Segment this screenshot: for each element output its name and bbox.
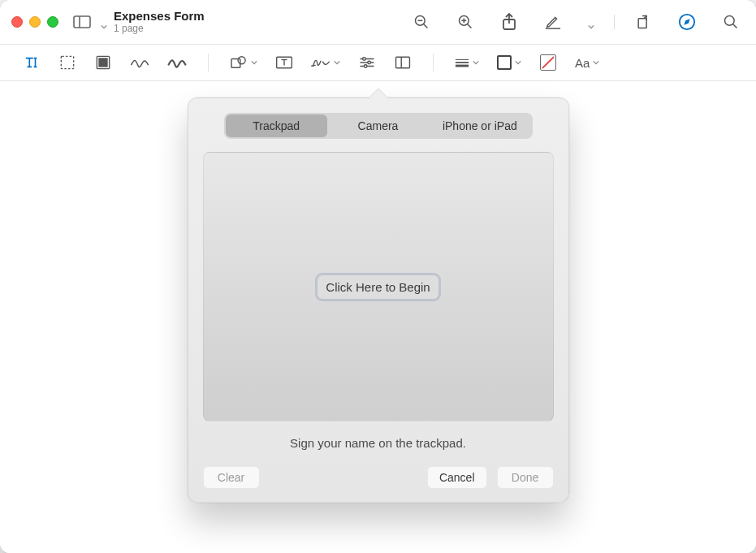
svg-point-20 xyxy=(363,58,366,61)
highlight-button[interactable] xyxy=(544,13,562,31)
done-button[interactable]: Done xyxy=(497,466,554,489)
stroke-color-menu[interactable] xyxy=(497,54,521,71)
search-button[interactable] xyxy=(722,13,740,31)
sign-menu[interactable] xyxy=(311,54,340,71)
redact-tool[interactable] xyxy=(94,54,112,71)
preview-window: Expenses Form 1 page xyxy=(0,0,756,553)
share-button[interactable] xyxy=(500,13,518,31)
close-window-button[interactable] xyxy=(11,16,23,28)
shapes-menu[interactable] xyxy=(230,54,257,71)
document-area: Trackpad Camera iPhone or iPad Click Her… xyxy=(0,81,756,553)
svg-line-6 xyxy=(468,24,472,28)
color-swatch-icon xyxy=(497,55,512,70)
signature-hint-text: Sign your name on the trackpad. xyxy=(203,436,554,450)
crop-tool[interactable] xyxy=(394,54,412,71)
svg-point-12 xyxy=(725,16,735,26)
tab-iphone-ipad-label: iPhone or iPad xyxy=(443,119,517,132)
tab-iphone-ipad[interactable]: iPhone or iPad xyxy=(429,114,530,137)
svg-rect-0 xyxy=(74,16,90,28)
adjust-color-tool[interactable] xyxy=(358,54,376,71)
sidebar-toggle-button[interactable] xyxy=(70,11,94,32)
tab-camera[interactable]: Camera xyxy=(327,114,429,137)
chevron-down-icon xyxy=(251,59,257,66)
svg-line-3 xyxy=(424,24,428,28)
fill-color-button[interactable] xyxy=(539,54,557,71)
signature-source-segmented-control: Trackpad Camera iPhone or iPad xyxy=(224,113,533,139)
fullscreen-window-button[interactable] xyxy=(47,16,58,28)
svg-rect-23 xyxy=(396,57,410,67)
text-selection-tool[interactable] xyxy=(23,54,41,71)
svg-rect-14 xyxy=(61,56,73,68)
chevron-down-icon xyxy=(473,59,479,66)
svg-point-21 xyxy=(368,61,371,64)
toolbar-separator xyxy=(614,15,615,29)
font-style-label: Aa xyxy=(575,56,590,70)
signature-canvas[interactable]: Click Here to Begin xyxy=(203,152,554,421)
markup-toolbar: Aa xyxy=(0,45,756,81)
rotate-button[interactable] xyxy=(634,13,652,31)
tab-trackpad-label: Trackpad xyxy=(253,119,300,132)
rectangular-selection-tool[interactable] xyxy=(58,54,76,71)
window-controls xyxy=(11,16,58,28)
draw-tool[interactable] xyxy=(167,54,187,71)
svg-point-18 xyxy=(238,57,245,64)
chevron-down-icon xyxy=(515,59,521,66)
titlebar-actions xyxy=(413,13,745,31)
zoom-in-button[interactable] xyxy=(456,13,474,31)
signature-popover: Trackpad Camera iPhone or iPad Click Her… xyxy=(188,97,569,503)
toolbar-separator xyxy=(208,54,209,71)
tab-trackpad[interactable]: Trackpad xyxy=(226,114,327,137)
titlebar: Expenses Form 1 page xyxy=(0,0,756,45)
highlight-dropdown-chevron-icon[interactable] xyxy=(588,19,594,25)
cancel-button[interactable]: Cancel xyxy=(427,466,487,489)
svg-rect-10 xyxy=(638,19,646,28)
toolbar-separator xyxy=(433,54,434,71)
chevron-down-icon xyxy=(593,59,599,66)
font-style-menu[interactable]: Aa xyxy=(575,54,599,71)
chevron-down-icon xyxy=(334,59,340,66)
tab-camera-label: Camera xyxy=(358,119,399,132)
svg-rect-16 xyxy=(99,58,107,67)
text-box-tool[interactable] xyxy=(275,54,293,71)
document-title: Expenses Form xyxy=(114,10,205,24)
markup-toggle-button[interactable] xyxy=(678,13,696,31)
begin-signing-button[interactable]: Click Here to Begin xyxy=(318,275,438,299)
clear-button[interactable]: Clear xyxy=(203,466,260,489)
document-page-count: 1 page xyxy=(114,24,205,34)
zoom-out-button[interactable] xyxy=(413,13,430,31)
svg-line-13 xyxy=(733,24,737,28)
minimize-window-button[interactable] xyxy=(29,16,41,28)
no-fill-icon xyxy=(540,54,556,71)
svg-point-22 xyxy=(364,65,367,68)
sidebar-dropdown-chevron-icon[interactable] xyxy=(101,19,107,25)
line-style-menu[interactable] xyxy=(455,54,479,71)
popover-button-row: Clear Cancel Done xyxy=(203,466,554,489)
sketch-tool[interactable] xyxy=(130,54,149,71)
document-title-block: Expenses Form 1 page xyxy=(114,10,205,34)
